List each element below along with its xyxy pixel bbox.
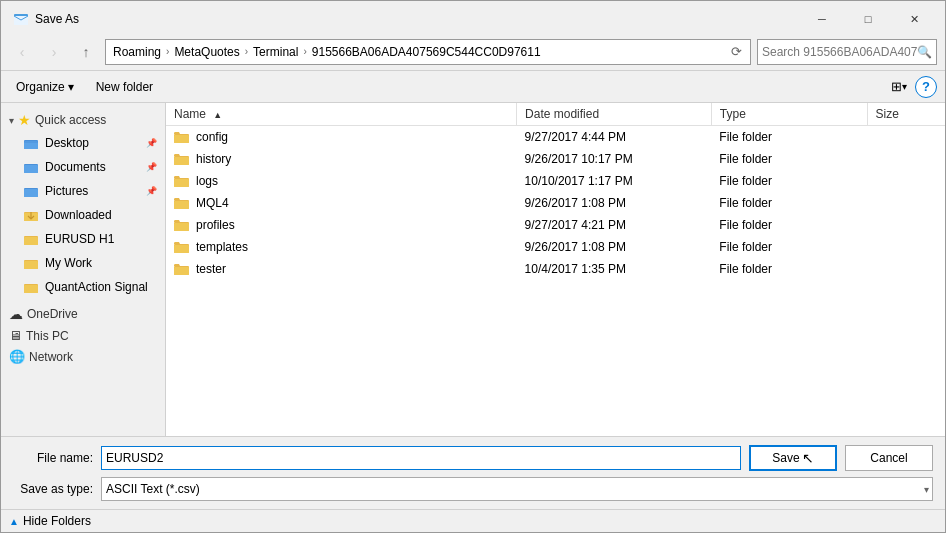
chevron-up-icon: ▲ <box>9 516 19 527</box>
view-button[interactable]: ⊞ ▾ <box>887 75 911 99</box>
svg-rect-8 <box>24 189 38 197</box>
sidebar-item-documents[interactable]: Documents 📌 <box>1 155 165 179</box>
this-pc-icon: 🖥 <box>9 328 22 343</box>
breadcrumb-item-terminal[interactable]: Terminal <box>250 44 301 60</box>
col-type[interactable]: Type <box>711 103 867 126</box>
address-toolbar: ‹ › ↑ Roaming › MetaQuotes › Terminal › … <box>1 33 945 71</box>
svg-rect-24 <box>174 201 189 209</box>
chevron-down-icon: ▾ <box>9 115 14 126</box>
documents-folder-icon <box>23 159 39 175</box>
svg-rect-12 <box>24 237 38 245</box>
hide-folders-button[interactable]: ▲ Hide Folders <box>9 514 91 528</box>
table-row[interactable]: profiles 9/27/2017 4:21 PM File folder <box>166 214 945 236</box>
filename-row: File name: Save ↖ Cancel <box>13 445 933 471</box>
filename-input[interactable] <box>101 446 741 470</box>
breadcrumb-item-metaquotes[interactable]: MetaQuotes <box>171 44 242 60</box>
file-folder-icon <box>174 151 190 167</box>
file-size-cell <box>867 236 945 258</box>
file-folder-icon <box>174 129 190 145</box>
quick-access-label: Quick access <box>35 113 106 127</box>
organize-button[interactable]: Organize ▾ <box>9 75 81 99</box>
downloaded-folder-icon <box>23 207 39 223</box>
documents-label: Documents <box>45 160 106 174</box>
file-list: Name ▲ Date modified Type Size co <box>166 103 945 280</box>
minimize-button[interactable]: ─ <box>799 4 845 34</box>
file-date-cell: 9/26/2017 1:08 PM <box>517 236 712 258</box>
file-type-cell: File folder <box>711 214 867 236</box>
svg-rect-16 <box>24 285 38 293</box>
search-input[interactable] <box>762 45 917 59</box>
file-type-cell: File folder <box>711 126 867 149</box>
table-row[interactable]: config 9/27/2017 4:44 PM File folder <box>166 126 945 149</box>
table-row[interactable]: history 9/26/2017 10:17 PM File folder <box>166 148 945 170</box>
file-folder-icon <box>174 195 190 211</box>
table-row[interactable]: MQL4 9/26/2017 1:08 PM File folder <box>166 192 945 214</box>
sidebar-item-downloaded[interactable]: Downloaded <box>1 203 165 227</box>
file-date-cell: 9/26/2017 10:17 PM <box>517 148 712 170</box>
eurusd-label: EURUSD H1 <box>45 232 114 246</box>
forward-button[interactable]: › <box>41 39 67 65</box>
mywork-label: My Work <box>45 256 92 270</box>
dialog-title: Save As <box>35 12 799 26</box>
quick-access-header[interactable]: ▾ ★ Quick access <box>1 109 165 131</box>
pictures-folder-icon <box>23 183 39 199</box>
onedrive-icon: ☁ <box>9 306 23 322</box>
file-type-cell: File folder <box>711 148 867 170</box>
table-row[interactable]: templates 9/26/2017 1:08 PM File folder <box>166 236 945 258</box>
refresh-button[interactable]: ⟳ <box>726 42 746 62</box>
file-date-cell: 10/4/2017 1:35 PM <box>517 258 712 280</box>
sort-up-icon: ▲ <box>213 110 222 120</box>
network-label: Network <box>29 350 73 364</box>
sidebar-item-pictures[interactable]: Pictures 📌 <box>1 179 165 203</box>
address-bar[interactable]: Roaming › MetaQuotes › Terminal › 915566… <box>105 39 751 65</box>
save-as-dialog: Save As ─ □ ✕ ‹ › ↑ Roaming › MetaQuotes… <box>0 0 946 533</box>
table-row[interactable]: logs 10/10/2017 1:17 PM File folder <box>166 170 945 192</box>
savetype-label: Save as type: <box>13 482 93 496</box>
file-type-cell: File folder <box>711 258 867 280</box>
file-size-cell <box>867 126 945 149</box>
cancel-button[interactable]: Cancel <box>845 445 933 471</box>
file-size-cell <box>867 258 945 280</box>
close-button[interactable]: ✕ <box>891 4 937 34</box>
bottom-bar: File name: Save ↖ Cancel Save as type: A… <box>1 436 945 509</box>
file-size-cell <box>867 192 945 214</box>
file-date-cell: 10/10/2017 1:17 PM <box>517 170 712 192</box>
onedrive-item[interactable]: ☁ OneDrive <box>1 303 165 325</box>
pin-icon-docs: 📌 <box>146 162 157 172</box>
this-pc-label: This PC <box>26 329 69 343</box>
save-button[interactable]: Save ↖ <box>749 445 837 471</box>
this-pc-item[interactable]: 🖥 This PC <box>1 325 165 346</box>
search-box[interactable]: 🔍 <box>757 39 937 65</box>
col-name[interactable]: Name ▲ <box>166 103 517 126</box>
sidebar-item-eurusd[interactable]: EURUSD H1 <box>1 227 165 251</box>
network-item[interactable]: 🌐 Network <box>1 346 165 367</box>
breadcrumb-item-roaming[interactable]: Roaming <box>110 44 164 60</box>
organize-toolbar: Organize ▾ New folder ⊞ ▾ ? <box>1 71 945 103</box>
toolbar-right: ⊞ ▾ ? <box>887 75 937 99</box>
file-name-cell: config <box>166 126 517 148</box>
breadcrumb-sep-2: › <box>245 46 248 57</box>
file-type-cell: File folder <box>711 192 867 214</box>
file-type-cell: File folder <box>711 170 867 192</box>
up-button[interactable]: ↑ <box>73 39 99 65</box>
pin-icon: 📌 <box>146 138 157 148</box>
new-folder-button[interactable]: New folder <box>89 75 160 99</box>
file-folder-icon <box>174 239 190 255</box>
svg-rect-22 <box>174 179 189 187</box>
sidebar-item-desktop[interactable]: Desktop 📌 <box>1 131 165 155</box>
maximize-button[interactable]: □ <box>845 4 891 34</box>
sidebar-item-mywork[interactable]: My Work <box>1 251 165 275</box>
pictures-label: Pictures <box>45 184 88 198</box>
breadcrumb: Roaming › MetaQuotes › Terminal › 915566… <box>110 44 722 60</box>
breadcrumb-item-hash[interactable]: 915566BA06ADA407569C544CC0D97611 <box>309 44 544 60</box>
col-size[interactable]: Size <box>867 103 945 126</box>
savetype-select[interactable]: ASCII Text (*.csv)CSV Files (*.csv)Text … <box>101 477 933 501</box>
table-row[interactable]: tester 10/4/2017 1:35 PM File folder <box>166 258 945 280</box>
svg-rect-18 <box>174 135 189 143</box>
help-button[interactable]: ? <box>915 76 937 98</box>
back-button[interactable]: ‹ <box>9 39 35 65</box>
pin-icon-pics: 📌 <box>146 186 157 196</box>
sidebar-item-quantaction[interactable]: QuantAction Signal <box>1 275 165 299</box>
col-date[interactable]: Date modified <box>517 103 712 126</box>
main-area: ▾ ★ Quick access Desktop 📌 Documents <box>1 103 945 436</box>
